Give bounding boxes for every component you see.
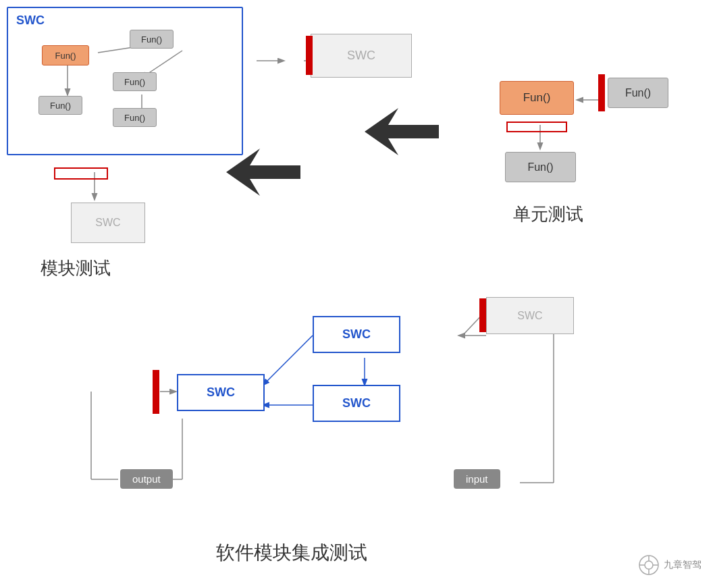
output-label-box: output [120, 469, 173, 489]
red-outline-rect-left [54, 167, 108, 180]
fun-box-unit-bottom: Fun() [505, 152, 576, 182]
swc-blue-integration-left: SWC [177, 374, 265, 411]
fun-box-botleft: Fun() [38, 96, 82, 115]
logo-area: 九章智驾 [638, 554, 701, 576]
swc-blue-integration-top: SWC [313, 316, 400, 353]
module-test-label: 模块测试 [41, 257, 111, 280]
swc-blue-integration-mid: SWC [313, 385, 400, 422]
swc-gray-box-bottom: SWC [71, 203, 145, 243]
unit-test-label: 单元测试 [513, 203, 583, 226]
swc-blue-container: SWC Fun() Fun() Fun() Fun() Fun() [7, 7, 243, 155]
red-port-integration-left [153, 370, 159, 414]
big-arrow-down-left [226, 149, 300, 196]
red-outline-unit [506, 122, 567, 132]
swc-gray-top-middle: SWC [311, 34, 412, 78]
red-port-unit [598, 74, 605, 111]
logo-icon [638, 554, 660, 576]
fun-orange-box: Fun() [42, 45, 89, 65]
swc-title-label: SWC [16, 14, 45, 28]
fun-box-unit-right: Fun() [608, 78, 668, 108]
fun-orange-unit: Fun() [500, 81, 574, 115]
integration-test-label: 软件模块集成测试 [216, 540, 367, 566]
svg-point-23 [645, 561, 653, 569]
big-arrow-left [365, 108, 439, 155]
svg-line-11 [263, 336, 313, 385]
red-port-integration-tr [479, 298, 486, 332]
fun-box-tr: Fun() [130, 30, 174, 49]
fun-box-mid: Fun() [113, 72, 157, 91]
red-port-top-mid [306, 36, 313, 75]
swc-gray-integration-tr: SWC [486, 297, 574, 334]
main-container: SWC Fun() Fun() Fun() Fun() Fun() SWC SW… [0, 0, 715, 588]
fun-box-botmid: Fun() [113, 108, 157, 127]
input-label-box: input [454, 469, 500, 489]
